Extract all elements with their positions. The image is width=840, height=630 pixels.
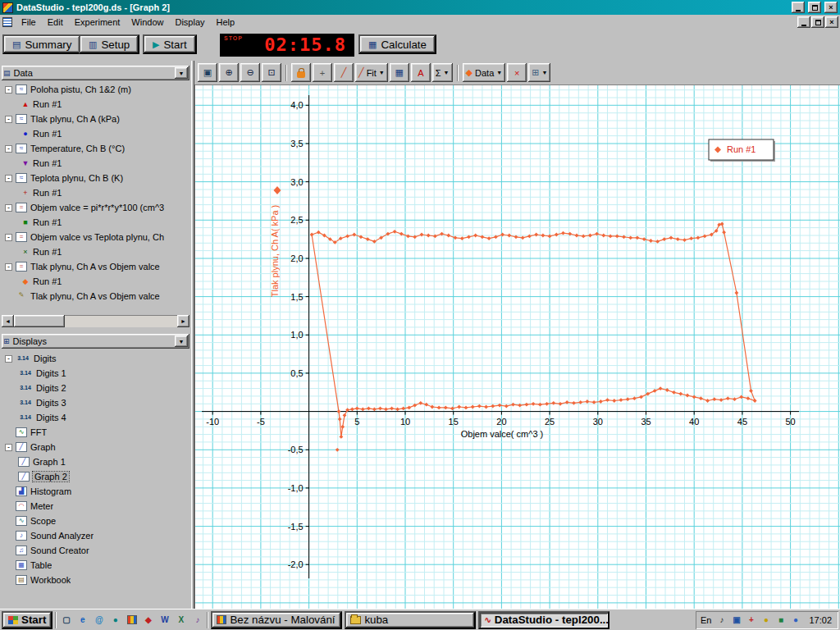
data-item-5[interactable]: -=Objem valce = pi*r*r*y*100 (cm^3 <box>2 200 189 215</box>
calculator-tool-button[interactable]: ▦ <box>390 63 409 82</box>
graph-panel[interactable]: -10-551015202530354045504,03,53,02,52,01… <box>194 84 840 609</box>
setup-button[interactable]: ▥Setup <box>79 34 139 54</box>
scroll-right-button[interactable]: ► <box>177 315 189 327</box>
collapse-icon[interactable]: - <box>5 444 12 451</box>
update-icon[interactable]: ● <box>789 614 801 626</box>
display-item-fft[interactable]: ∿FFT <box>2 425 189 440</box>
network-icon[interactable]: ■ <box>774 614 787 626</box>
mdi-close-button[interactable]: × <box>825 16 838 28</box>
display-item-digits[interactable]: -3.14Digits <box>2 351 189 366</box>
display-item-graph-2[interactable]: ╱Graph 2 <box>2 469 189 484</box>
task-button-bez-n-zvu-malov-n-[interactable]: Bez názvu - Malování <box>211 611 342 629</box>
data-item-1[interactable]: -≈Poloha pistu, Ch 1&2 (m) <box>2 82 189 97</box>
collapse-icon[interactable]: - <box>5 204 12 212</box>
display-icon[interactable]: ▣ <box>730 614 742 626</box>
scale-to-fit-button[interactable]: ▣ <box>198 63 217 82</box>
display-item-digits-4[interactable]: 3.14Digits 4 <box>2 410 189 425</box>
outlook-icon[interactable]: @ <box>92 613 106 627</box>
statistics-button[interactable]: Σ▼ <box>432 63 453 82</box>
keyboard-layout-indicator[interactable]: En <box>701 615 711 625</box>
run-item[interactable]: ■Run #1 <box>2 215 189 230</box>
mdi-minimize-button[interactable] <box>797 16 810 28</box>
calculate-button[interactable]: ▦Calculate <box>358 34 436 54</box>
paint-icon[interactable] <box>125 613 139 627</box>
display-item-graph[interactable]: -╱Graph <box>2 440 189 454</box>
data-item-7[interactable]: -=Tlak plynu, Ch A vs Objem valce <box>2 259 189 274</box>
collapse-icon[interactable]: - <box>5 86 12 94</box>
display-item-scope[interactable]: ∿Scope <box>2 514 189 528</box>
antivirus-icon[interactable]: + <box>745 614 757 626</box>
graph-settings-button[interactable]: ⊞▼ <box>528 63 550 82</box>
data-item-2[interactable]: -≈Tlak plynu, Ch A (kPa) <box>2 112 189 126</box>
display-item-workbook[interactable]: ▤Workbook <box>2 573 189 587</box>
data-item-6[interactable]: -=Objem valce vs Teplota plynu, Ch <box>2 230 189 244</box>
display-item-graph-1[interactable]: ╱Graph 1 <box>2 454 189 469</box>
task-button-datastudio-tepl200-[interactable]: ∿DataStudio - tepl200... <box>478 611 609 629</box>
mdi-restore-button[interactable] <box>811 16 824 28</box>
smart-tool-button[interactable]: + <box>313 63 332 82</box>
scheduler-icon[interactable]: ● <box>760 614 772 626</box>
excel-icon[interactable]: X <box>174 613 188 627</box>
start-button[interactable]: ▶Start <box>143 34 197 54</box>
display-item-sound-analyzer[interactable]: ♪Sound Analyzer <box>2 528 189 543</box>
run-item[interactable]: ×Run #1 <box>2 244 189 259</box>
menu-help[interactable]: Help <box>211 16 241 28</box>
zoom-in-button[interactable]: ⊕ <box>219 63 239 82</box>
menu-display[interactable]: Display <box>169 16 210 28</box>
collapse-icon[interactable]: - <box>5 263 12 271</box>
scroll-left-button[interactable]: ◄ <box>2 315 14 327</box>
display-item-table[interactable]: ▦Table <box>2 558 189 573</box>
display-item-histogram[interactable]: ▟Histogram <box>2 484 189 499</box>
collapse-icon[interactable]: - <box>5 175 12 182</box>
data-item-8[interactable]: ✎Tlak plynu, Ch A vs Objem valce <box>2 289 189 304</box>
word-icon[interactable]: W <box>158 613 171 627</box>
display-item-digits-1[interactable]: 3.14Digits 1 <box>2 366 189 381</box>
display-item-sound-creator[interactable]: ♫Sound Creator <box>2 543 189 558</box>
menu-experiment[interactable]: Experiment <box>69 16 126 28</box>
annotate-button[interactable]: A <box>411 63 431 82</box>
data-align-button[interactable] <box>291 63 311 82</box>
y-axis-title[interactable]: Tlak plynu, Ch A( kPa ) <box>270 205 280 298</box>
show-desktop-icon[interactable]: ▢ <box>59 613 73 627</box>
zoom-out-button[interactable]: ⊖ <box>240 63 260 82</box>
run-item[interactable]: ▲Run #1 <box>2 97 189 112</box>
run-item[interactable]: ◆Run #1 <box>2 274 189 289</box>
minimize-button[interactable] <box>792 2 805 13</box>
run-item[interactable]: ▼Run #1 <box>2 156 189 171</box>
data-item-3[interactable]: -≈Temperature, Ch B (°C) <box>2 141 189 156</box>
scrollbar-thumb[interactable] <box>14 315 65 327</box>
menu-window[interactable]: Window <box>126 16 169 28</box>
collapse-icon[interactable]: - <box>5 234 12 241</box>
data-menu-button[interactable]: ◆Data▼ <box>463 63 506 82</box>
display-item-digits-2[interactable]: 3.14Digits 2 <box>2 381 189 395</box>
run-item[interactable]: ●Run #1 <box>2 126 189 141</box>
fit-button[interactable]: ╱Fit▼ <box>355 63 388 82</box>
display-item-digits-3[interactable]: 3.14Digits 3 <box>2 395 189 410</box>
slope-tool-button[interactable]: ╱ <box>334 63 354 82</box>
restore-button[interactable] <box>808 2 821 13</box>
data-item-4[interactable]: -≈Teplota plynu, Ch B (K) <box>2 171 189 185</box>
display-item-meter[interactable]: ◠Meter <box>2 499 189 514</box>
menu-file[interactable]: File <box>16 16 42 28</box>
collapse-icon[interactable]: - <box>5 355 12 363</box>
task-button-kuba[interactable]: kuba <box>345 611 476 629</box>
acrobat-icon[interactable]: ◆ <box>141 613 155 627</box>
run-item[interactable]: +Run #1 <box>2 185 189 200</box>
delete-button[interactable]: × <box>507 63 527 82</box>
close-button[interactable]: × <box>824 2 838 13</box>
start-menu-button[interactable]: Start <box>2 611 52 629</box>
media-icon[interactable]: ♪ <box>190 613 204 627</box>
summary-button[interactable]: ▤Summary <box>2 34 81 54</box>
channels-icon[interactable]: ● <box>108 613 122 627</box>
zoom-select-button[interactable]: ⊡ <box>262 63 281 82</box>
data-panel-menu-button[interactable]: ▼ <box>175 67 188 79</box>
graph-window-icon[interactable] <box>2 17 12 27</box>
chart-legend[interactable]: Run #1 <box>709 139 775 162</box>
internet-explorer-icon[interactable]: e <box>75 613 89 627</box>
x-axis-title[interactable]: Objem valce( cm^3 ) <box>461 429 544 439</box>
volume-icon[interactable]: ♪ <box>715 614 728 626</box>
collapse-icon[interactable]: - <box>5 116 12 123</box>
collapse-icon[interactable]: - <box>5 145 12 153</box>
displays-panel-menu-button[interactable]: ▼ <box>175 336 188 347</box>
horizontal-scrollbar[interactable]: ◄ ► <box>2 315 189 327</box>
